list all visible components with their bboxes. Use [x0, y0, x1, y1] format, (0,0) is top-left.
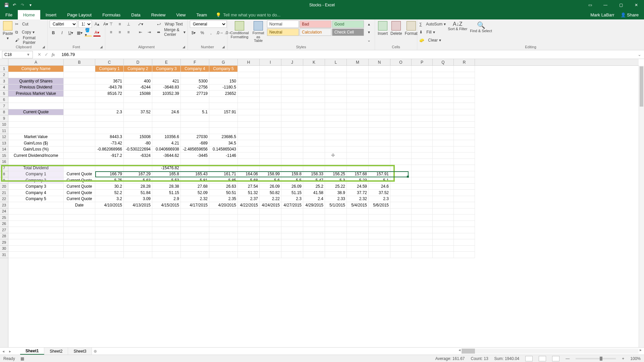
cell[interactable]: [303, 221, 325, 227]
cell[interactable]: 0.040666938: [152, 146, 181, 153]
row-header[interactable]: 6: [0, 97, 8, 103]
cell[interactable]: [325, 78, 347, 84]
cell[interactable]: [281, 159, 303, 165]
zoom-out-icon[interactable]: —: [566, 356, 570, 361]
cell[interactable]: [238, 233, 260, 240]
merge-center-button[interactable]: ⬌ Merge & Center ▾: [157, 28, 185, 36]
cell[interactable]: [369, 72, 390, 78]
cell[interactable]: Company 3: [8, 184, 64, 190]
cell[interactable]: -1146: [209, 153, 238, 159]
cell[interactable]: [325, 66, 347, 72]
cell[interactable]: [181, 233, 209, 240]
cell[interactable]: [260, 115, 281, 122]
cell[interactable]: [209, 208, 238, 215]
cell[interactable]: [124, 221, 152, 227]
cell[interactable]: 5.3: [325, 177, 347, 184]
cell[interactable]: [95, 103, 124, 109]
column-header[interactable]: Q: [433, 59, 454, 65]
chevron-down-icon[interactable]: ▾: [26, 52, 31, 57]
cell[interactable]: [181, 239, 209, 246]
orientation-icon[interactable]: ⤢▾: [137, 20, 144, 28]
row-header[interactable]: 31: [0, 252, 8, 258]
cell[interactable]: 164.06: [238, 171, 260, 178]
style-bad[interactable]: Bad: [300, 20, 331, 28]
cell[interactable]: [281, 239, 303, 246]
autosum-button[interactable]: ∑ AutoSum ▾: [419, 20, 446, 28]
cell[interactable]: [260, 215, 281, 221]
cell[interactable]: [325, 134, 347, 140]
cell[interactable]: [260, 153, 281, 159]
format-as-table-button[interactable]: Format as Table: [251, 20, 266, 44]
cell[interactable]: [325, 165, 347, 171]
cell[interactable]: [325, 227, 347, 233]
cell[interactable]: 4/10/2015: [95, 202, 124, 208]
cell[interactable]: [64, 246, 95, 252]
cell[interactable]: [238, 84, 260, 91]
cell[interactable]: [325, 146, 347, 153]
column-headers[interactable]: ABCDEFGHIJKLMNOPQR: [8, 59, 639, 66]
sheet-tab-2[interactable]: Sheet2: [44, 348, 68, 355]
cell[interactable]: [8, 239, 64, 246]
style-normal[interactable]: Normal: [267, 20, 299, 28]
cell[interactable]: [390, 153, 412, 159]
cell[interactable]: [8, 72, 64, 78]
cell[interactable]: [209, 72, 238, 78]
cell[interactable]: [8, 159, 64, 165]
cell[interactable]: [433, 165, 454, 171]
cell[interactable]: [303, 78, 325, 84]
cell[interactable]: [8, 115, 64, 122]
cell[interactable]: [433, 233, 454, 240]
cell[interactable]: 37.52: [369, 190, 390, 196]
save-icon[interactable]: 💾: [3, 2, 9, 8]
cell[interactable]: [64, 109, 95, 116]
cell[interactable]: 2.22: [260, 196, 281, 202]
cell[interactable]: [347, 153, 369, 159]
cell[interactable]: Previous Market Value: [8, 90, 64, 97]
align-bottom-icon[interactable]: ⊥: [125, 20, 132, 28]
dialog-launcher-icon[interactable]: ◢: [221, 44, 226, 49]
cell[interactable]: [209, 115, 238, 122]
cell[interactable]: [238, 134, 260, 140]
cell[interactable]: [347, 109, 369, 116]
cell[interactable]: [390, 66, 412, 72]
cell[interactable]: [181, 122, 209, 128]
row-header[interactable]: 29: [0, 239, 8, 246]
cell[interactable]: [152, 115, 181, 122]
cell[interactable]: [412, 184, 433, 190]
cell[interactable]: [181, 128, 209, 134]
cell[interactable]: [152, 159, 181, 165]
cell[interactable]: [433, 103, 454, 109]
cell[interactable]: [412, 246, 433, 252]
cell[interactable]: [209, 159, 238, 165]
cell[interactable]: Gain/Loss (%): [8, 146, 64, 153]
cell[interactable]: [281, 246, 303, 252]
cell[interactable]: [347, 122, 369, 128]
cell[interactable]: [454, 177, 475, 184]
cell[interactable]: Company 2: [124, 66, 152, 72]
align-right-icon[interactable]: ≡: [125, 28, 132, 36]
align-top-icon[interactable]: ⊤: [107, 20, 115, 28]
cell[interactable]: [433, 252, 454, 258]
cell[interactable]: [303, 134, 325, 140]
column-header[interactable]: E: [152, 59, 181, 65]
cell[interactable]: [390, 208, 412, 215]
column-header[interactable]: F: [181, 59, 209, 65]
cell[interactable]: [95, 227, 124, 233]
cell[interactable]: [347, 159, 369, 165]
tab-insert[interactable]: Insert: [40, 10, 62, 19]
cell[interactable]: [260, 90, 281, 97]
cell[interactable]: [260, 134, 281, 140]
cell[interactable]: [412, 128, 433, 134]
cell[interactable]: [8, 122, 64, 128]
cell[interactable]: [124, 246, 152, 252]
cell[interactable]: [260, 109, 281, 116]
cell[interactable]: 4/29/2015: [303, 202, 325, 208]
cell[interactable]: [454, 78, 475, 84]
cell[interactable]: [8, 215, 64, 221]
cell[interactable]: Company 5: [8, 196, 64, 202]
cell[interactable]: [64, 146, 95, 153]
cell[interactable]: 158.99: [260, 171, 281, 178]
increase-font-icon[interactable]: A▴: [93, 20, 101, 28]
cell[interactable]: 3671: [95, 78, 124, 84]
cell[interactable]: [454, 103, 475, 109]
